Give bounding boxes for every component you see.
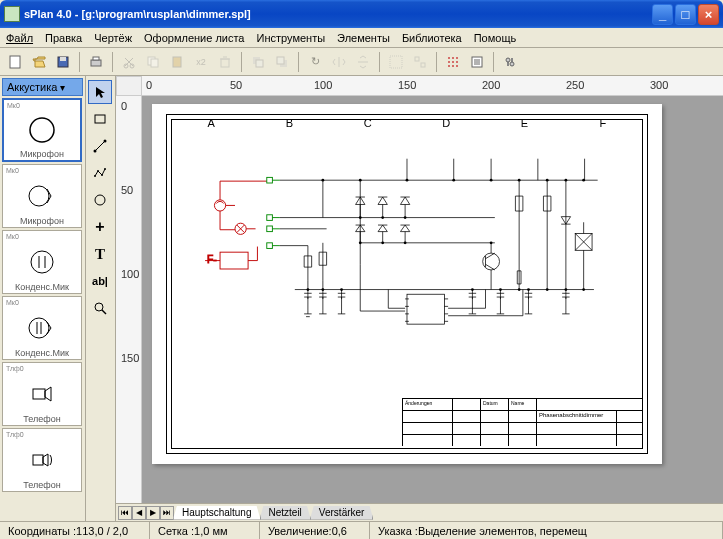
canvas-area: 0 50 100 150 200 250 300 0 50 100 150 [116,76,723,521]
settings-button[interactable] [499,51,521,73]
svg-point-74 [340,288,343,291]
svg-point-20 [456,57,458,59]
svg-rect-53 [407,294,444,324]
svg-point-19 [452,57,454,59]
svg-point-31 [29,186,49,206]
pointer-tool[interactable] [88,80,112,104]
menu-help[interactable]: Помощь [474,32,517,44]
svg-point-56 [321,179,324,182]
menu-edit[interactable]: Правка [45,32,82,44]
frame-columns: ABCDEF [172,117,642,125]
svg-point-40 [97,170,99,172]
menu-page[interactable]: Оформление листа [144,32,244,44]
svg-point-26 [456,65,458,67]
minimize-button[interactable]: _ [652,4,673,25]
svg-rect-49 [267,177,273,183]
canvas[interactable]: ABCDEF F- [142,96,723,503]
component-item[interactable]: Мк0 Конденс.Мик [2,230,82,294]
status-grid: Сетка : 1,0 мм [150,522,260,539]
svg-point-60 [490,179,493,182]
flip-h-button[interactable] [328,51,350,73]
menu-file[interactable]: Файл [6,32,33,44]
svg-point-81 [582,288,585,291]
node-tool[interactable]: + [88,215,112,239]
svg-rect-35 [33,455,43,465]
front-button[interactable] [247,51,269,73]
svg-point-70 [404,241,407,244]
svg-point-68 [359,241,362,244]
copy-button[interactable] [142,51,164,73]
new-button[interactable] [4,51,26,73]
svg-rect-51 [267,226,273,232]
sheet-tab[interactable]: Verstärker [310,506,374,520]
back-button[interactable] [271,51,293,73]
print-button[interactable] [85,51,107,73]
component-palette: Аккустика ▾ Мк0 Микрофон Мк0 Микрофон Мк… [0,76,86,521]
svg-point-63 [564,179,567,182]
svg-point-65 [359,216,362,219]
paste-button[interactable] [166,51,188,73]
sheet-nav-first[interactable]: ⏮ [118,506,132,520]
component-item[interactable]: Тлф0 Телефон [2,428,82,492]
schematic-drawing[interactable]: F- [192,140,622,383]
component-item[interactable]: Мк0 Микрофон [2,98,82,162]
palette-category[interactable]: Аккустика ▾ [2,78,83,96]
component-item[interactable]: Мк0 Конденс.Мик [2,296,82,360]
svg-point-80 [564,288,567,291]
flip-v-button[interactable] [352,51,374,73]
cut-button[interactable] [118,51,140,73]
sheet-tab[interactable]: Netzteil [260,506,311,520]
list-button[interactable] [466,51,488,73]
text-tool[interactable]: T [88,242,112,266]
svg-rect-36 [95,115,105,123]
sheet-nav-next[interactable]: ▶ [146,506,160,520]
svg-point-22 [452,61,454,63]
window-title: sPlan 4.0 - [g:\program\rusplan\dimmer.s… [24,8,652,20]
svg-point-29 [510,62,514,66]
menu-bar: Файл Правка Чертёж Оформление листа Инст… [0,28,723,48]
group-button[interactable] [385,51,407,73]
svg-point-78 [527,288,530,291]
snap-button[interactable] [442,51,464,73]
polyline-tool[interactable] [88,161,112,185]
svg-point-24 [448,65,450,67]
sheet-tab[interactable]: Hauptschaltung [173,506,261,520]
sheet-nav-last[interactable]: ⏭ [160,506,174,520]
svg-point-76 [499,288,502,291]
status-zoom: Увеличение: 0,6 [260,522,370,539]
zoom-tool[interactable] [88,296,112,320]
svg-point-59 [452,179,455,182]
save-button[interactable] [52,51,74,73]
sheet-nav-prev[interactable]: ◀ [132,506,146,520]
component-item[interactable]: Тлф0 Телефон [2,362,82,426]
ruler-vertical: 0 50 100 150 [116,96,142,503]
svg-rect-14 [277,57,284,64]
svg-rect-15 [390,56,402,68]
page[interactable]: ABCDEF F- [152,104,662,464]
menu-elements[interactable]: Элементы [337,32,390,44]
circle-tool[interactable] [88,188,112,212]
duplicate-button[interactable]: x2 [190,51,212,73]
svg-point-58 [406,179,409,182]
menu-tools[interactable]: Инструменты [257,32,326,44]
app-icon [4,6,20,22]
maximize-button[interactable]: □ [675,4,696,25]
ruler-horizontal: 0 50 100 150 200 250 300 [142,76,723,96]
component-item[interactable]: Мк0 Микрофон [2,164,82,228]
rotate-button[interactable]: ↻ [304,51,326,73]
svg-point-57 [359,179,362,182]
menu-library[interactable]: Библиотека [402,32,462,44]
svg-rect-34 [33,389,45,399]
ungroup-button[interactable] [409,51,431,73]
line-tool[interactable] [88,134,112,158]
svg-point-67 [404,216,407,219]
delete-button[interactable] [214,51,236,73]
label-tool[interactable]: ab| [88,269,112,293]
menu-drawing[interactable]: Чертёж [94,32,132,44]
rect-tool[interactable] [88,107,112,131]
svg-rect-16 [415,57,419,61]
close-button[interactable]: × [698,4,719,25]
open-button[interactable] [28,51,50,73]
status-hint: Указка : Выделение элементов, перемещ [370,522,723,539]
svg-point-71 [490,241,493,244]
